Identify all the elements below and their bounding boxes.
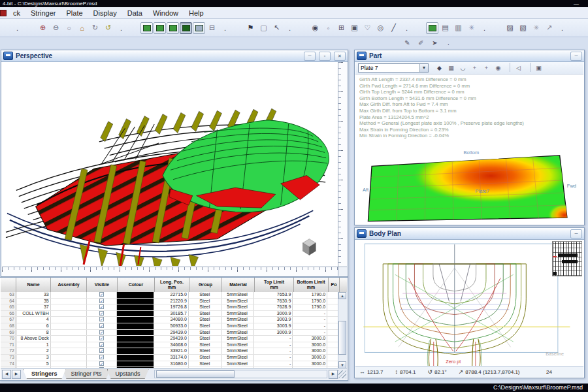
visible-cell[interactable]: ✓ [87, 304, 118, 310]
visible-cell[interactable]: ✓ [87, 311, 118, 317]
visible-cell[interactable]: ✓ [87, 292, 118, 298]
colour-swatch[interactable] [117, 311, 154, 317]
col-header-visible[interactable]: Visible [87, 278, 118, 292]
colour-cell[interactable] [117, 361, 154, 367]
perspective-titlebar[interactable]: Perspective ─ ▫ ✕ [1, 50, 348, 62]
burst-icon[interactable]: ✳ [530, 22, 542, 34]
menu-item-window[interactable]: Window [148, 7, 184, 19]
flag-icon[interactable]: ⚑ [244, 22, 257, 34]
table-row[interactable]: 6537✓19726.8Steel5mmSteel7628.91790.0 [1, 304, 338, 311]
view-window-icon[interactable] [193, 22, 205, 34]
col-header-po[interactable]: Po [329, 278, 340, 292]
colour-swatch[interactable] [117, 342, 154, 348]
bodyplan-body[interactable]: Zero pt Baseline ↔1213.7↕8704.1↺82.1°↗87… [355, 240, 583, 377]
col-header-long-pos[interactable]: Long. Pos.mm [155, 278, 189, 292]
table-row[interactable]: 733✓33174.0Steel5mmSteel-3000.0 [1, 355, 338, 361]
document-icon[interactable] [0, 10, 7, 16]
colour-swatch[interactable] [117, 304, 154, 310]
bodyplan-view[interactable]: Zero pt Baseline [358, 241, 581, 366]
colour-swatch[interactable] [117, 355, 154, 361]
colour-swatch[interactable] [117, 361, 154, 367]
tab-next-icon[interactable]: ▶ [12, 370, 21, 379]
orbit-view-icon[interactable]: ↺ [102, 22, 114, 34]
table-row[interactable]: 722✓33921.0Steel5mmSteel-3000.0 [1, 348, 338, 355]
window-diag-icon[interactable]: ▨ [504, 22, 516, 34]
menu-item-help[interactable]: Help [184, 7, 209, 19]
marker-tool-icon[interactable]: ➤ [429, 38, 440, 48]
colour-cell[interactable] [117, 336, 154, 342]
visible-cell[interactable]: ✓ [87, 355, 118, 361]
crosshair-v-icon[interactable]: + [481, 63, 492, 73]
hscroll-right-icon[interactable]: ▶ [329, 370, 338, 379]
visible-checkbox[interactable]: ✓ [99, 304, 104, 309]
tab-stringers[interactable]: Stringers [23, 369, 66, 379]
colour-cell[interactable] [117, 330, 154, 336]
colour-cell[interactable] [117, 317, 154, 323]
vertical-scrollbar[interactable]: ▲ ▼ [338, 292, 347, 368]
table-row[interactable]: 6435✓21220.9Steel5mmSteel7630.91790.0 [1, 299, 338, 305]
col-header-group[interactable]: Group [189, 278, 222, 292]
perspective-window[interactable]: Perspective ─ ▫ ✕ [1, 50, 348, 277]
visible-checkbox[interactable]: ✓ [99, 299, 104, 303]
hatch-icon[interactable]: ▤ [439, 22, 451, 34]
table-row[interactable]: 698✓29439.0Steel5mmSteel3000.9- [1, 330, 338, 336]
part-close-button[interactable]: ─ [570, 52, 582, 61]
table-row[interactable]: 6333✓22715.0Steel5mmSteel7653.91790.0 [1, 292, 338, 299]
tab-upstands[interactable]: Upstands [107, 369, 149, 379]
col-header-name[interactable]: Name [16, 278, 51, 292]
visible-checkbox[interactable]: ✓ [99, 336, 104, 340]
stringers-table-window[interactable]: NameAssemblyVisibleColourLong. Pos.mmGro… [0, 277, 348, 381]
more-dot[interactable]: . [556, 22, 568, 34]
bodyplan-window[interactable]: Body Plan ─ [354, 227, 585, 378]
col-header-colour[interactable]: Colour [118, 278, 155, 292]
more-dot[interactable]: . [284, 22, 296, 34]
select-box-icon[interactable]: ▢ [257, 22, 270, 34]
view-shaded-2-icon[interactable] [154, 22, 166, 34]
snap-icon[interactable]: ✳ [465, 22, 478, 34]
line-tool-icon[interactable]: ╱ [387, 22, 400, 34]
tab-stringer-pts[interactable]: Stringer Pts [63, 369, 110, 379]
visible-checkbox[interactable]: ✓ [99, 292, 104, 297]
colour-cell[interactable] [117, 342, 154, 348]
table-row[interactable]: 674✓34080.0Steel5mmSteel3003.9- [1, 317, 338, 323]
view-shaded-1-icon[interactable] [140, 22, 153, 34]
visible-checkbox[interactable]: ✓ [99, 348, 104, 353]
more-dot[interactable]: . [219, 22, 231, 34]
curvature-icon[interactable]: ◡ [457, 63, 468, 73]
crosshair-h-icon[interactable]: + [469, 63, 480, 73]
rotate-view-icon[interactable]: ↻ [89, 22, 101, 34]
col-header-assembly[interactable]: Assembly [51, 278, 87, 292]
pan-icon[interactable]: ○ [63, 22, 75, 34]
bodyplan-titlebar[interactable]: Body Plan ─ [355, 228, 584, 240]
visible-checkbox[interactable]: ✓ [99, 342, 104, 347]
menu-item-plate[interactable]: Plate [61, 7, 88, 19]
visible-cell[interactable]: ✓ [87, 348, 118, 354]
colour-cell[interactable] [117, 323, 154, 329]
table-row[interactable]: 745✓31680.0Steel5mmSteel-3000.0 [1, 361, 338, 368]
part-titlebar[interactable]: Part ─ [355, 50, 584, 62]
visible-cell[interactable]: ✓ [87, 299, 118, 304]
colour-cell[interactable] [117, 304, 154, 310]
visible-checkbox[interactable]: ✓ [99, 355, 104, 359]
table-row[interactable]: 708 Above Deck✓29439.0Steel5mmSteel-3000… [1, 336, 338, 342]
tab-prev-icon[interactable]: ◀ [2, 370, 11, 379]
minimize-icon[interactable]: — [574, 0, 579, 7]
bodyplan-close-button[interactable]: ─ [570, 229, 582, 238]
minimize-button[interactable]: ─ [304, 52, 316, 61]
visible-checkbox[interactable]: ✓ [99, 361, 104, 366]
colour-cell[interactable] [117, 292, 154, 298]
restore-button[interactable]: ▫ [319, 52, 331, 61]
plate-box-icon[interactable]: ▣ [348, 22, 361, 34]
split-view-icon[interactable]: ⊟ [206, 22, 218, 34]
plate-strain-map[interactable]: Bottom Aft Plate7 Fwd Top [362, 148, 577, 224]
resize-grip[interactable] [338, 370, 346, 378]
more-dot[interactable]: . [115, 22, 127, 34]
colour-cell[interactable] [117, 355, 154, 361]
node-icon[interactable]: ◉ [309, 22, 321, 34]
more-dot[interactable]: . [11, 22, 24, 34]
close-button[interactable]: ✕ [334, 52, 346, 61]
export-icon[interactable]: ↗ [543, 22, 555, 34]
overview-thumbnail[interactable] [552, 241, 582, 276]
visible-cell[interactable]: ✓ [87, 336, 118, 342]
perspective-viewport[interactable] [2, 62, 347, 276]
